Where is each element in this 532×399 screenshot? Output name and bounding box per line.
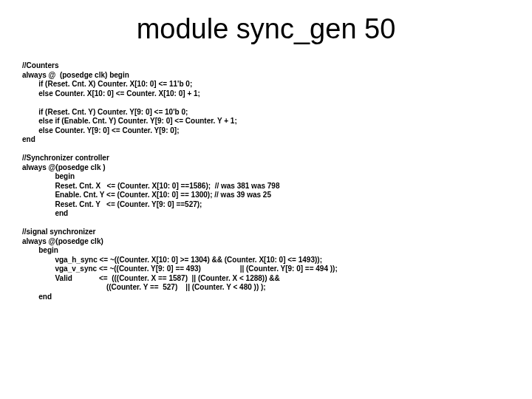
- code-block: //Counters always @ (posedge clk) begin …: [22, 61, 532, 301]
- slide-title: module sync_gen 50: [0, 13, 532, 45]
